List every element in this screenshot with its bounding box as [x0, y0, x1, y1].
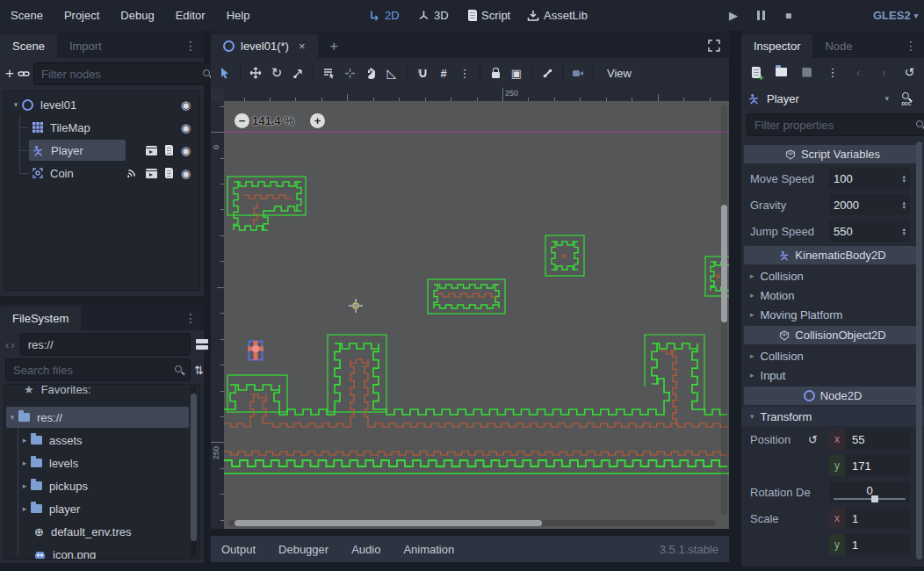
scale-x-field[interactable]: 1: [845, 508, 910, 529]
category-script-variables[interactable]: Script Variables: [744, 145, 921, 163]
script-icon[interactable]: [165, 145, 173, 155]
camera-override-button[interactable]: [567, 62, 588, 83]
category-collisionobject2d[interactable]: CollisionObject2D: [744, 326, 921, 344]
filter-nodes-input[interactable]: [40, 67, 198, 82]
history-forward-icon[interactable]: ›: [875, 61, 893, 83]
section-kb-moving-platform[interactable]: ▸Moving Platform: [741, 305, 924, 324]
inspector-scrollbar-thumb[interactable]: [916, 141, 922, 560]
expand-arrow-icon[interactable]: ▸: [18, 459, 31, 467]
tab-scene[interactable]: Scene: [0, 34, 57, 58]
distraction-free-button[interactable]: [708, 40, 729, 58]
history-icon[interactable]: ↺: [900, 61, 919, 83]
view-menu[interactable]: View: [598, 67, 640, 80]
rotation-field[interactable]: 0: [829, 481, 910, 502]
spinner-icon[interactable]: ▴▾: [902, 227, 906, 235]
groups-icon[interactable]: [146, 146, 157, 155]
inspector-scrollbar[interactable]: [916, 140, 922, 561]
fs-item-icon-png[interactable]: icon.png: [4, 543, 199, 560]
dock-menu-icon[interactable]: ⋮: [184, 311, 204, 330]
visibility-icon[interactable]: ◉: [181, 145, 191, 156]
menu-editor[interactable]: Editor: [165, 9, 216, 22]
play-button[interactable]: ▶: [729, 9, 738, 22]
fs-item-assets[interactable]: ▸ assets: [4, 429, 199, 452]
sort-files-icon[interactable]: ⇅: [194, 359, 204, 380]
history-back-icon[interactable]: ‹: [849, 61, 868, 83]
h-scrollbar[interactable]: [228, 520, 716, 526]
expand-arrow-icon[interactable]: ▸: [18, 481, 31, 490]
spinner-icon[interactable]: ▴▾: [902, 200, 906, 209]
tab-filesystem[interactable]: FileSystem: [0, 307, 81, 330]
category-kinematicbody2d[interactable]: KinematicBody2D: [744, 246, 921, 264]
new-resource-button[interactable]: [747, 61, 765, 83]
canvas-2d[interactable]: − 141.4 % +: [224, 101, 729, 529]
move-speed-field[interactable]: 100 ▴▾: [829, 168, 910, 189]
collapse-arrow-icon[interactable]: ▾: [10, 100, 22, 109]
debugger-button[interactable]: Debugger: [278, 543, 328, 556]
workspace-3d-button[interactable]: 3D: [418, 9, 449, 22]
smart-snap-button[interactable]: [412, 62, 433, 83]
section-kb-collision[interactable]: ▸Collision: [741, 266, 924, 286]
tab-node[interactable]: Node: [812, 34, 864, 58]
menu-project[interactable]: Project: [54, 9, 110, 22]
revert-icon[interactable]: ↺: [808, 426, 829, 452]
close-icon[interactable]: ×: [299, 40, 306, 53]
v-scrollbar[interactable]: [721, 105, 727, 515]
slider-knob[interactable]: [871, 495, 878, 502]
tree-node-level01[interactable]: ▾ level01 ◉: [4, 93, 199, 116]
collapse-arrow-icon[interactable]: ▾: [6, 413, 18, 422]
new-scene-tab-button[interactable]: +: [318, 34, 350, 58]
visibility-icon[interactable]: ◉: [181, 168, 191, 179]
save-resource-button[interactable]: [798, 61, 816, 83]
load-resource-button[interactable]: [772, 61, 790, 83]
split-view-button[interactable]: [196, 334, 208, 355]
fs-item-levels[interactable]: ▸ levels: [4, 452, 199, 474]
open-docs-button[interactable]: DOC: [896, 88, 917, 109]
fs-path-input[interactable]: [26, 337, 184, 352]
visibility-icon[interactable]: ◉: [181, 99, 191, 111]
category-node2d[interactable]: Node2D: [744, 387, 921, 405]
fs-scrollbar-thumb[interactable]: [191, 394, 197, 541]
selected-node-name[interactable]: Player: [767, 92, 799, 105]
resource-menu[interactable]: ⋮: [823, 61, 841, 83]
skeleton-options-button[interactable]: [537, 62, 558, 83]
visibility-icon[interactable]: ◉: [181, 122, 191, 134]
tab-import[interactable]: Import: [57, 34, 114, 58]
pan-tool-button[interactable]: [360, 62, 381, 83]
workspace-2d-button[interactable]: 2D: [369, 9, 400, 22]
lock-object-button[interactable]: [485, 62, 506, 83]
menu-debug[interactable]: Debug: [110, 9, 164, 22]
snap-options-menu[interactable]: ⋮: [454, 62, 475, 83]
position-x-field[interactable]: 55: [845, 429, 910, 450]
nav-forward-icon[interactable]: ›: [11, 334, 14, 355]
gravity-field[interactable]: 2000 ▴▾: [829, 194, 910, 215]
grid-snap-button[interactable]: #: [433, 62, 454, 83]
h-scrollbar-thumb[interactable]: [235, 520, 542, 526]
select-tool-button[interactable]: [214, 62, 235, 83]
instance-scene-button[interactable]: [18, 63, 30, 84]
tree-node-tilemap[interactable]: TileMap ◉: [4, 116, 199, 139]
scene-tab-level01[interactable]: level01(*) ×: [211, 34, 318, 58]
section-co-input[interactable]: ▸Input: [741, 365, 924, 385]
groups-icon[interactable]: [146, 169, 157, 178]
spinner-icon[interactable]: ▴▾: [902, 174, 906, 183]
search-files-input[interactable]: [11, 363, 170, 378]
chevron-down-icon[interactable]: ▾: [884, 94, 889, 103]
add-node-button[interactable]: +: [5, 63, 14, 84]
output-button[interactable]: Output: [221, 543, 256, 556]
tree-node-coin[interactable]: Coin ◉: [4, 162, 199, 184]
stop-button[interactable]: ■: [785, 10, 791, 22]
section-kb-motion[interactable]: ▸Motion: [741, 286, 924, 305]
scale-y-field[interactable]: 1: [845, 534, 910, 555]
position-select-tool-button[interactable]: [339, 62, 360, 83]
scale-tool-button[interactable]: [287, 62, 308, 83]
v-scrollbar-thumb[interactable]: [721, 205, 727, 322]
fs-scrollbar[interactable]: [191, 387, 197, 557]
tab-inspector[interactable]: Inspector: [741, 34, 812, 58]
zoom-in-button[interactable]: +: [310, 113, 325, 128]
filter-properties-input[interactable]: [753, 118, 911, 133]
script-icon[interactable]: [165, 168, 173, 178]
fs-item-res[interactable]: ▾ res://: [4, 406, 199, 429]
workspace-script-button[interactable]: Script: [468, 9, 510, 22]
expand-arrow-icon[interactable]: ▸: [18, 504, 31, 513]
dock-menu-icon[interactable]: ⋮: [184, 39, 204, 58]
